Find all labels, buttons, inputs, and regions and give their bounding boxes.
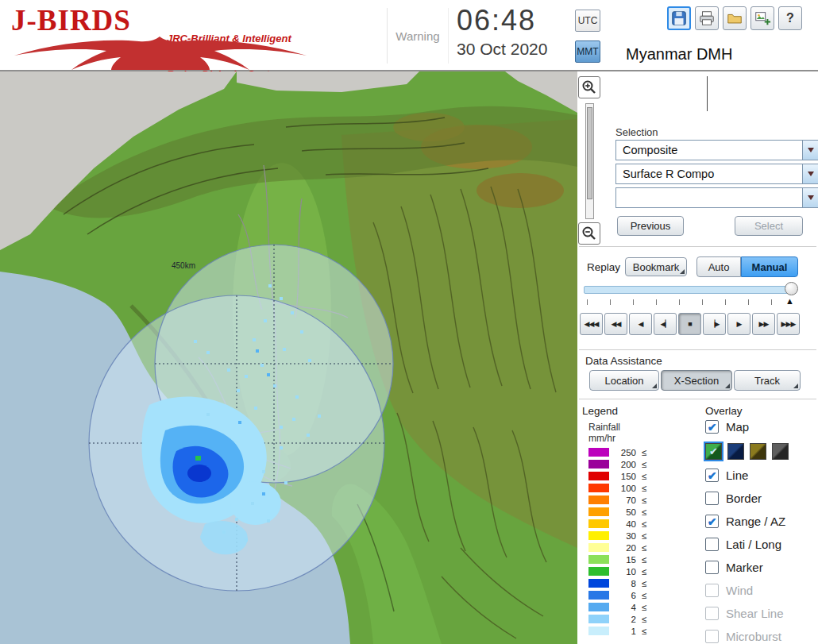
legend-value: 100 [615, 484, 636, 493]
legend-le-sign: ≤ [642, 591, 646, 600]
legend-le-sign: ≤ [642, 603, 646, 612]
overlay-item-range-az[interactable]: ✔Range / AZ [705, 513, 818, 530]
timeline-ticks [587, 299, 790, 305]
legend-unit-line2: mm/hr [588, 433, 620, 444]
help-button[interactable]: ? [778, 6, 802, 30]
map-style-navy-swatch[interactable] [727, 443, 744, 460]
timeline-slider-thumb[interactable] [785, 282, 798, 295]
x-section-button[interactable]: X-Section [661, 370, 732, 391]
save-button[interactable] [667, 6, 691, 30]
track-button[interactable]: Track [734, 370, 801, 391]
location-button[interactable]: Location [589, 370, 659, 391]
replay-label: Replay [587, 261, 620, 273]
overlay-item-lati-long[interactable]: Lati / Long [705, 536, 818, 553]
dropdown-option[interactable] [615, 187, 818, 208]
playback-step-back-button[interactable]: ◀▏ [654, 313, 677, 335]
overlay-item-microburst[interactable]: Microburst [705, 628, 818, 644]
mmt-button[interactable]: MMT [575, 40, 600, 63]
chevron-down-icon [808, 148, 814, 152]
overlay-label: Overlay [705, 405, 743, 417]
manual-mode-button[interactable]: Manual [741, 256, 798, 277]
overlay-item-wind[interactable]: Wind [705, 582, 818, 599]
zoom-slider[interactable] [585, 103, 594, 219]
playback-jump-first-button[interactable]: ◀◀◀ [580, 313, 603, 335]
overlay-item-border[interactable]: Border [705, 490, 818, 507]
map-style-olive-swatch[interactable] [750, 443, 766, 460]
legend-le-sign: ≤ [642, 531, 646, 541]
dropdown-open-button[interactable] [802, 141, 818, 160]
map-style-green-swatch[interactable]: ✔ [705, 443, 722, 460]
radar-map[interactable]: 450km [0, 71, 577, 644]
legend-row-50: 50≤ [588, 506, 646, 518]
map-checkbox[interactable]: ✔ [705, 420, 719, 434]
microburst-checkbox[interactable] [705, 630, 719, 643]
corner-expand-icon [680, 269, 685, 274]
corner-expand-icon [725, 384, 730, 388]
location-button-label: Location [604, 375, 643, 387]
select-button[interactable]: Select [735, 216, 803, 236]
zoom-out-button[interactable] [578, 222, 600, 245]
previous-button[interactable]: Previous [617, 216, 684, 236]
overlay-item-label: Shear Line [726, 607, 784, 620]
overlay-item-shear-line[interactable]: Shear Line [705, 605, 818, 622]
legend-value: 10 [615, 567, 636, 577]
utc-button[interactable]: UTC [575, 10, 600, 32]
overlay-item-label: Wind [726, 584, 753, 597]
legend-value: 1 [615, 627, 636, 636]
legend-row-10: 10≤ [588, 565, 646, 577]
overlay-item-marker[interactable]: Marker [705, 559, 818, 576]
wind-checkbox[interactable] [705, 584, 719, 597]
selection-label: Selection [615, 126, 658, 138]
marker-checkbox[interactable] [705, 561, 719, 574]
playback-fast-forward-button[interactable]: ▶▶ [752, 313, 775, 335]
range-az-checkbox[interactable]: ✔ [705, 515, 719, 528]
overlay-item-line[interactable]: ✔Line [705, 467, 818, 484]
playback-fast-rewind-button[interactable]: ◀◀ [604, 313, 627, 335]
shear-line-checkbox[interactable] [705, 607, 719, 620]
legend-row-4: 4≤ [588, 601, 646, 613]
overlay-item-map[interactable]: ✔Map [705, 418, 818, 435]
help-icon: ? [786, 11, 794, 25]
export-button[interactable] [750, 6, 774, 30]
print-button[interactable] [695, 6, 719, 30]
warning-indicator[interactable]: Warning [387, 8, 449, 64]
separator [579, 246, 816, 247]
dropdown-product-group[interactable]: Composite [615, 140, 818, 160]
timeline-slider[interactable] [584, 286, 797, 294]
legend-row-30: 30≤ [588, 530, 646, 542]
legend-unit-line1: Rainfall [588, 422, 620, 433]
line-checkbox[interactable]: ✔ [705, 469, 719, 482]
playback-step-forward-button[interactable]: ▕▶ [703, 313, 726, 335]
dropdown-open-button[interactable] [802, 188, 818, 207]
separator [579, 349, 816, 350]
bookmark-button[interactable]: Bookmark [625, 257, 687, 276]
chevron-down-icon [808, 195, 814, 200]
control-panel: Selection Composite Surface R Compo Prev… [577, 71, 818, 644]
playback-jump-last-button[interactable]: ▶▶▶ [777, 313, 800, 335]
map-style-dark-swatch[interactable] [772, 443, 789, 460]
lati-long-checkbox[interactable] [705, 538, 719, 551]
playback-play-backward-button[interactable]: ◀ [629, 313, 652, 335]
zoom-in-icon [581, 79, 598, 96]
overlay-item-label: Line [726, 469, 748, 482]
border-checkbox[interactable] [705, 492, 719, 505]
dropdown-value: Surface R Compo [616, 164, 802, 183]
zoom-in-button[interactable] [578, 76, 600, 98]
playback-stop-button[interactable]: ■ [678, 313, 701, 335]
playback-play-button[interactable]: ▶ [727, 313, 750, 335]
dropdown-open-button[interactable] [802, 164, 818, 183]
open-button[interactable] [723, 6, 747, 30]
legend-row-200: 200≤ [588, 458, 646, 470]
legend-le-sign: ≤ [642, 472, 646, 481]
overlay-item-label: Range / AZ [726, 515, 785, 528]
zoom-slider-thumb[interactable] [587, 107, 592, 199]
legend-value: 40 [615, 519, 636, 529]
legend-color-swatch [588, 603, 609, 611]
eagle-icon [8, 35, 314, 70]
auto-mode-button[interactable]: Auto [696, 256, 741, 277]
legend-row-100: 100≤ [588, 482, 646, 494]
legend-le-sign: ≤ [642, 519, 646, 529]
dropdown-product[interactable]: Surface R Compo [615, 164, 818, 184]
legend-value: 20 [615, 543, 636, 553]
jbirds-app: J-BIRDS JRC-Brilliant & Intelligent Rada… [0, 0, 818, 644]
